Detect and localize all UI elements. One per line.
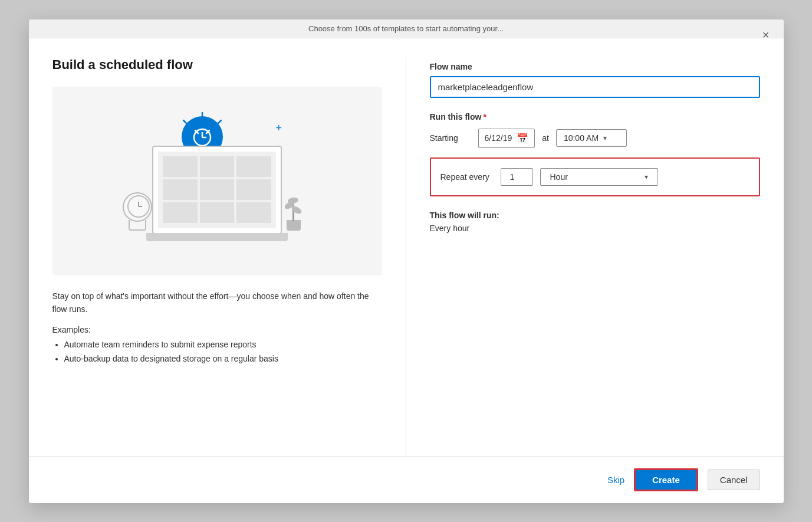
illus-content: +: [117, 110, 317, 252]
close-button[interactable]: ×: [762, 29, 770, 41]
description-text: Stay on top of what's important without …: [52, 290, 382, 316]
flow-name-input[interactable]: [430, 76, 760, 98]
example-item-1: Automate team reminders to submit expens…: [64, 338, 382, 352]
starting-label: Starting: [430, 133, 471, 143]
repeat-unit-chevron-icon: ▾: [645, 173, 648, 181]
laptop-screen-grid: [158, 152, 276, 228]
screen-cell: [200, 202, 235, 223]
plus-decoration: +: [275, 122, 282, 134]
repeat-every-number-input[interactable]: [501, 168, 533, 186]
cancel-button[interactable]: Cancel: [708, 470, 760, 490]
desk-clock-decoration: [123, 192, 155, 231]
at-label: at: [542, 133, 549, 143]
examples-title: Examples:: [52, 325, 382, 334]
laptop-base: [146, 233, 288, 241]
screen-cell: [163, 156, 198, 177]
dialog-title: Build a scheduled flow: [52, 57, 382, 73]
repeat-every-box: Repeat every Hour ▾: [430, 157, 760, 196]
calendar-icon: 📅: [517, 133, 528, 144]
repeat-every-label: Repeat every: [440, 172, 494, 182]
dialog: Choose from 100s of templates to start a…: [29, 19, 784, 503]
top-bar: Choose from 100s of templates to start a…: [29, 19, 784, 38]
run-this-flow-label: Run this flow*: [430, 112, 760, 122]
screen-cell: [236, 179, 271, 200]
svg-line-12: [183, 120, 186, 123]
plant-leaf: [287, 196, 298, 204]
examples-list: Automate team reminders to submit expens…: [52, 338, 382, 366]
screen-cell: [236, 156, 271, 177]
screen-cell: [236, 202, 271, 223]
repeat-unit-value: Hour: [550, 172, 568, 182]
desk-clock-face: [123, 192, 152, 222]
example-item-2: Auto-backup data to designated storage o…: [64, 352, 382, 366]
create-button[interactable]: Create: [634, 468, 698, 491]
top-bar-text: Choose from 100s of templates to start a…: [308, 24, 504, 33]
desk-clock-base: [129, 220, 146, 231]
flow-name-label: Flow name: [430, 62, 760, 71]
starting-time-picker[interactable]: 10:00 AM ▾: [556, 129, 627, 147]
flow-will-run-value: Every hour: [430, 224, 760, 233]
flow-will-run-label: This flow will run:: [430, 211, 760, 220]
left-panel: Build a scheduled flow: [52, 57, 406, 456]
required-star: *: [483, 112, 486, 122]
illustration: +: [52, 87, 382, 275]
starting-date-value: 6/12/19: [485, 133, 512, 143]
screen-cell: [200, 179, 235, 200]
dialog-body: Build a scheduled flow: [29, 38, 784, 456]
screen-cell: [163, 202, 198, 223]
plant-pot: [287, 220, 301, 231]
plant-decoration: [282, 189, 305, 231]
screen-cell: [200, 156, 235, 177]
svg-line-11: [218, 120, 221, 123]
repeat-every-unit-select[interactable]: Hour ▾: [540, 168, 658, 186]
right-panel: Flow name Run this flow* Starting 6/12/1…: [430, 57, 760, 456]
dialog-footer: Skip Create Cancel: [29, 456, 784, 503]
starting-time-value: 10:00 AM: [564, 133, 599, 143]
starting-row: Starting 6/12/19 📅 at 10:00 AM ▾: [430, 129, 760, 148]
laptop-screen-outer: [152, 146, 282, 234]
skip-button[interactable]: Skip: [607, 475, 624, 485]
screen-cell: [163, 179, 198, 200]
starting-date-picker[interactable]: 6/12/19 📅: [478, 129, 535, 148]
time-chevron-icon: ▾: [603, 134, 607, 142]
desk-clock-svg: [124, 193, 153, 223]
